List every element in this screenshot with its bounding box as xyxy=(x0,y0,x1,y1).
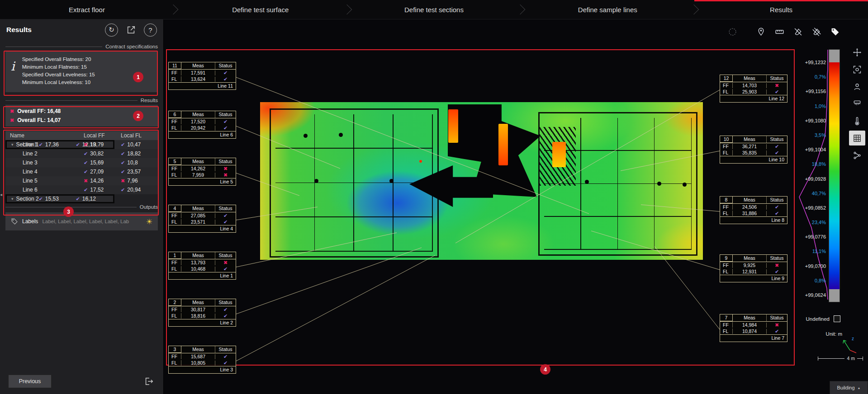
ff-status-icon: ✔ xyxy=(84,151,88,156)
fl-value: 7,959 xyxy=(181,172,215,178)
legend-elevation-value: +99,1004 xyxy=(777,147,826,152)
labels-toggle-label: Labels xyxy=(22,218,38,225)
line-number: 6 xyxy=(169,111,181,118)
line-number: 8 xyxy=(720,197,733,203)
table-row[interactable]: ▾ Line 6 ✔ 17,52 ✔ 20,94 xyxy=(5,185,158,194)
expand-arrow-icon[interactable]: ▾ xyxy=(11,197,14,201)
fl-status-icon: ✖ xyxy=(215,173,236,178)
tab-label: Extract floor xyxy=(69,6,105,14)
thermometer-icon[interactable] xyxy=(849,113,865,128)
ff-value: 17,520 xyxy=(181,119,215,124)
meas-header: Meas xyxy=(181,62,215,69)
fl-value: 18,816 xyxy=(181,313,215,319)
tab-extract-floor[interactable]: Extract floor xyxy=(0,0,174,19)
ff-key: FF xyxy=(169,260,181,265)
fl-status-icon: ✔ xyxy=(121,151,125,156)
color-scale-bar[interactable] xyxy=(829,49,840,302)
fl-value: 10,874 xyxy=(733,328,766,334)
ff-key: FF xyxy=(720,322,733,328)
building-button[interactable]: Building ▲ xyxy=(830,381,868,394)
history-icon[interactable]: ↻ xyxy=(105,23,118,37)
overall-fl-row: ✖ Overall FL: 14,07 xyxy=(10,117,153,124)
fl-value: 7,96 xyxy=(127,178,138,184)
ff-value: 15,687 xyxy=(181,354,215,359)
line-label: Line 2 xyxy=(169,319,236,326)
fl-key: FL xyxy=(169,313,181,319)
measurement-label[interactable]: 3 Meas Status FF 15,687 ✔ FL 10,805 ✔ Li… xyxy=(168,346,236,374)
tab-results[interactable]: Results xyxy=(694,0,868,19)
ff-value: 36,271 xyxy=(733,144,766,149)
tab-define-test-sections[interactable]: Define test sections xyxy=(347,0,521,19)
table-row[interactable]: ▾ Section 1 ✔ 17,36 ✔ 12,19 xyxy=(5,140,114,149)
overall-ff-row: ✖ Overall FF: 16,48 xyxy=(10,108,153,115)
fl-key: FL xyxy=(169,219,181,225)
row-name: Line 5 xyxy=(23,178,38,184)
pop-out-icon[interactable] xyxy=(124,23,138,37)
expand-arrow-icon[interactable]: ▾ xyxy=(11,142,14,147)
measurement-label[interactable]: 4 Meas Status FF 27,085 ✔ FL 23,571 ✔ Li… xyxy=(168,205,236,233)
legend-percent-value: 1,0% xyxy=(777,104,826,109)
grid-view-icon[interactable] xyxy=(849,131,865,145)
table-row[interactable]: ▾ Line 2 ✔ 30,82 ✔ 18,82 xyxy=(5,149,158,158)
measurement-label[interactable]: 1 Meas Status FF 13,793 ✖ FL 10,468 ✔ Li… xyxy=(168,252,236,280)
fl-status-icon: ✔ xyxy=(215,126,236,131)
annotation-toolbar xyxy=(726,24,841,39)
meas-header: Meas xyxy=(733,255,766,262)
measurement-label[interactable]: 5 Meas Status FF 14,262 ✖ FL 7,959 ✖ Lin… xyxy=(168,158,236,186)
table-row[interactable]: ▾ Line 4 ✔ 27,09 ✔ 23,57 xyxy=(5,167,158,176)
legend-percent-value: 23,4% xyxy=(777,220,826,225)
measurement-label[interactable]: 11 Meas Status FF 17,591 ✔ FL 13,624 ✔ L… xyxy=(168,62,236,90)
tab-define-test-surface[interactable]: Define test surface xyxy=(174,0,347,19)
meas-header: Meas xyxy=(181,346,215,353)
split-view-icon[interactable] xyxy=(849,148,865,163)
ff-key: FF xyxy=(169,70,181,75)
legend-elevation-value: +99,0776 xyxy=(777,235,826,239)
previous-button[interactable]: Previous xyxy=(8,375,52,388)
fl-key: FL xyxy=(169,266,181,272)
fl-value: 20,942 xyxy=(181,125,215,131)
tag-icon xyxy=(11,218,18,225)
overall-ff-status-icon: ✖ xyxy=(10,109,14,114)
legend-rule xyxy=(5,47,102,47)
column-name: Name xyxy=(5,132,84,139)
fl-value: 16,12 xyxy=(82,196,96,202)
scale-cap-top xyxy=(829,50,840,62)
meas-header: Meas xyxy=(181,111,215,118)
outputs-box[interactable]: Labels Label, Label, Label, Label, Label… xyxy=(5,212,158,230)
line-label: Line 11 xyxy=(169,82,236,89)
ff-value: 14,262 xyxy=(181,166,215,171)
undefined-checkbox[interactable] xyxy=(834,315,840,322)
paint-icon[interactable] xyxy=(849,96,865,111)
measurement-labels-layer: 11 Meas Status FF 17,591 ✔ FL 13,624 ✔ L… xyxy=(164,19,868,394)
zoom-fit-icon[interactable] xyxy=(849,62,865,77)
labels-icon[interactable] xyxy=(829,26,841,38)
table-row[interactable]: ▾ Line 5 ✖ 14,26 ✖ 7,96 xyxy=(5,176,158,185)
chevron-up-icon: ▲ xyxy=(858,386,861,389)
table-row[interactable]: ▾ Line 3 ✔ 15,69 ✔ 10,8 xyxy=(5,158,158,167)
export-icon[interactable] xyxy=(142,375,155,388)
viewport[interactable]: 11 Meas Status FF 17,591 ✔ FL 13,624 ✔ L… xyxy=(164,19,868,394)
ff-value: 17,36 xyxy=(45,141,59,148)
pan-icon[interactable] xyxy=(849,45,865,60)
user-view-icon[interactable] xyxy=(849,79,865,94)
table-row[interactable]: ▾ Section 2 ✔ 15,53 ✔ 16,12 xyxy=(5,194,114,203)
erase-annotation-icon[interactable] xyxy=(792,26,804,38)
snap-icon[interactable] xyxy=(726,26,738,38)
tab-define-sample-lines[interactable]: Define sample lines xyxy=(521,0,694,19)
overall-fl-status-icon: ✖ xyxy=(10,118,14,123)
measurement-label[interactable]: 2 Meas Status FF 30,817 ✔ FL 18,816 ✔ Li… xyxy=(168,299,236,327)
erase-all-annotations-icon[interactable] xyxy=(811,26,822,38)
measurement-label[interactable]: 6 Meas Status FF 17,520 ✔ FL 20,942 ✔ Li… xyxy=(168,111,236,139)
building-label: Building xyxy=(837,385,854,390)
measure-icon[interactable] xyxy=(773,26,785,38)
help-icon[interactable]: ? xyxy=(144,23,157,37)
panel-collapse-icon[interactable]: ◂ xyxy=(0,192,2,197)
add-annotation-icon[interactable] xyxy=(755,26,767,38)
undefined-row: Undefined xyxy=(770,315,840,322)
line-label: Line 5 xyxy=(169,178,236,185)
ff-key: FF xyxy=(720,144,733,149)
contract-line: Specified Overall Flatness: 20 xyxy=(22,56,95,63)
sun-icon[interactable]: ☀ xyxy=(146,217,152,226)
ff-value: 27,09 xyxy=(90,169,104,175)
ff-value: 14,984 xyxy=(733,322,766,328)
